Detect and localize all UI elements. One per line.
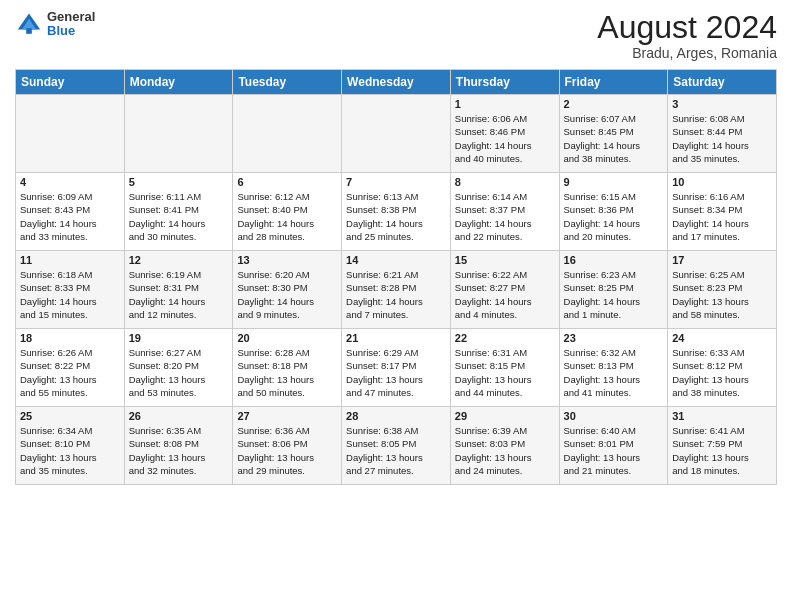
day-number: 7 [346, 176, 446, 188]
day-info: Sunrise: 6:19 AM Sunset: 8:31 PM Dayligh… [129, 268, 229, 321]
day-number: 18 [20, 332, 120, 344]
calendar-cell: 27Sunrise: 6:36 AM Sunset: 8:06 PM Dayli… [233, 407, 342, 485]
weekday-header-row: SundayMondayTuesdayWednesdayThursdayFrid… [16, 70, 777, 95]
day-info: Sunrise: 6:16 AM Sunset: 8:34 PM Dayligh… [672, 190, 772, 243]
day-number: 25 [20, 410, 120, 422]
day-number: 29 [455, 410, 555, 422]
day-number: 19 [129, 332, 229, 344]
calendar-cell [124, 95, 233, 173]
logo-general-text: General [47, 10, 95, 24]
weekday-header-sunday: Sunday [16, 70, 125, 95]
calendar-cell [233, 95, 342, 173]
day-info: Sunrise: 6:18 AM Sunset: 8:33 PM Dayligh… [20, 268, 120, 321]
day-number: 16 [564, 254, 664, 266]
day-number: 23 [564, 332, 664, 344]
day-info: Sunrise: 6:41 AM Sunset: 7:59 PM Dayligh… [672, 424, 772, 477]
day-info: Sunrise: 6:38 AM Sunset: 8:05 PM Dayligh… [346, 424, 446, 477]
calendar-cell: 16Sunrise: 6:23 AM Sunset: 8:25 PM Dayli… [559, 251, 668, 329]
day-number: 24 [672, 332, 772, 344]
day-info: Sunrise: 6:12 AM Sunset: 8:40 PM Dayligh… [237, 190, 337, 243]
day-number: 13 [237, 254, 337, 266]
calendar-cell: 12Sunrise: 6:19 AM Sunset: 8:31 PM Dayli… [124, 251, 233, 329]
day-info: Sunrise: 6:07 AM Sunset: 8:45 PM Dayligh… [564, 112, 664, 165]
day-info: Sunrise: 6:27 AM Sunset: 8:20 PM Dayligh… [129, 346, 229, 399]
day-info: Sunrise: 6:28 AM Sunset: 8:18 PM Dayligh… [237, 346, 337, 399]
day-info: Sunrise: 6:25 AM Sunset: 8:23 PM Dayligh… [672, 268, 772, 321]
calendar-cell: 15Sunrise: 6:22 AM Sunset: 8:27 PM Dayli… [450, 251, 559, 329]
day-number: 12 [129, 254, 229, 266]
day-info: Sunrise: 6:40 AM Sunset: 8:01 PM Dayligh… [564, 424, 664, 477]
calendar-cell: 7Sunrise: 6:13 AM Sunset: 8:38 PM Daylig… [342, 173, 451, 251]
calendar-cell: 2Sunrise: 6:07 AM Sunset: 8:45 PM Daylig… [559, 95, 668, 173]
logo-icon [15, 10, 43, 38]
calendar-cell: 11Sunrise: 6:18 AM Sunset: 8:33 PM Dayli… [16, 251, 125, 329]
weekday-header-saturday: Saturday [668, 70, 777, 95]
day-number: 17 [672, 254, 772, 266]
calendar-cell: 8Sunrise: 6:14 AM Sunset: 8:37 PM Daylig… [450, 173, 559, 251]
calendar-cell: 22Sunrise: 6:31 AM Sunset: 8:15 PM Dayli… [450, 329, 559, 407]
day-number: 27 [237, 410, 337, 422]
day-info: Sunrise: 6:11 AM Sunset: 8:41 PM Dayligh… [129, 190, 229, 243]
day-info: Sunrise: 6:31 AM Sunset: 8:15 PM Dayligh… [455, 346, 555, 399]
weekday-header-monday: Monday [124, 70, 233, 95]
day-number: 3 [672, 98, 772, 110]
month-title: August 2024 [597, 10, 777, 45]
day-number: 2 [564, 98, 664, 110]
calendar-cell: 17Sunrise: 6:25 AM Sunset: 8:23 PM Dayli… [668, 251, 777, 329]
day-info: Sunrise: 6:08 AM Sunset: 8:44 PM Dayligh… [672, 112, 772, 165]
day-number: 9 [564, 176, 664, 188]
calendar-cell: 18Sunrise: 6:26 AM Sunset: 8:22 PM Dayli… [16, 329, 125, 407]
calendar-week-row: 18Sunrise: 6:26 AM Sunset: 8:22 PM Dayli… [16, 329, 777, 407]
day-info: Sunrise: 6:29 AM Sunset: 8:17 PM Dayligh… [346, 346, 446, 399]
calendar-cell: 13Sunrise: 6:20 AM Sunset: 8:30 PM Dayli… [233, 251, 342, 329]
day-info: Sunrise: 6:21 AM Sunset: 8:28 PM Dayligh… [346, 268, 446, 321]
title-block: August 2024 Bradu, Arges, Romania [597, 10, 777, 61]
calendar-cell: 30Sunrise: 6:40 AM Sunset: 8:01 PM Dayli… [559, 407, 668, 485]
calendar-cell: 26Sunrise: 6:35 AM Sunset: 8:08 PM Dayli… [124, 407, 233, 485]
day-info: Sunrise: 6:06 AM Sunset: 8:46 PM Dayligh… [455, 112, 555, 165]
day-number: 5 [129, 176, 229, 188]
day-info: Sunrise: 6:23 AM Sunset: 8:25 PM Dayligh… [564, 268, 664, 321]
calendar-cell [342, 95, 451, 173]
weekday-header-wednesday: Wednesday [342, 70, 451, 95]
day-number: 31 [672, 410, 772, 422]
calendar-cell: 20Sunrise: 6:28 AM Sunset: 8:18 PM Dayli… [233, 329, 342, 407]
calendar-cell: 29Sunrise: 6:39 AM Sunset: 8:03 PM Dayli… [450, 407, 559, 485]
calendar-week-row: 1Sunrise: 6:06 AM Sunset: 8:46 PM Daylig… [16, 95, 777, 173]
calendar-cell: 14Sunrise: 6:21 AM Sunset: 8:28 PM Dayli… [342, 251, 451, 329]
day-number: 26 [129, 410, 229, 422]
calendar-cell: 28Sunrise: 6:38 AM Sunset: 8:05 PM Dayli… [342, 407, 451, 485]
calendar-cell: 1Sunrise: 6:06 AM Sunset: 8:46 PM Daylig… [450, 95, 559, 173]
day-info: Sunrise: 6:26 AM Sunset: 8:22 PM Dayligh… [20, 346, 120, 399]
day-number: 28 [346, 410, 446, 422]
subtitle: Bradu, Arges, Romania [597, 45, 777, 61]
calendar-cell: 3Sunrise: 6:08 AM Sunset: 8:44 PM Daylig… [668, 95, 777, 173]
day-info: Sunrise: 6:36 AM Sunset: 8:06 PM Dayligh… [237, 424, 337, 477]
day-number: 8 [455, 176, 555, 188]
logo-blue-text: Blue [47, 24, 95, 38]
calendar-cell: 5Sunrise: 6:11 AM Sunset: 8:41 PM Daylig… [124, 173, 233, 251]
calendar-cell: 25Sunrise: 6:34 AM Sunset: 8:10 PM Dayli… [16, 407, 125, 485]
calendar-cell: 21Sunrise: 6:29 AM Sunset: 8:17 PM Dayli… [342, 329, 451, 407]
calendar-cell [16, 95, 125, 173]
day-info: Sunrise: 6:13 AM Sunset: 8:38 PM Dayligh… [346, 190, 446, 243]
calendar-cell: 24Sunrise: 6:33 AM Sunset: 8:12 PM Dayli… [668, 329, 777, 407]
day-number: 21 [346, 332, 446, 344]
day-number: 15 [455, 254, 555, 266]
calendar-week-row: 25Sunrise: 6:34 AM Sunset: 8:10 PM Dayli… [16, 407, 777, 485]
day-info: Sunrise: 6:22 AM Sunset: 8:27 PM Dayligh… [455, 268, 555, 321]
day-number: 4 [20, 176, 120, 188]
day-info: Sunrise: 6:34 AM Sunset: 8:10 PM Dayligh… [20, 424, 120, 477]
calendar-cell: 19Sunrise: 6:27 AM Sunset: 8:20 PM Dayli… [124, 329, 233, 407]
day-info: Sunrise: 6:32 AM Sunset: 8:13 PM Dayligh… [564, 346, 664, 399]
calendar-cell: 6Sunrise: 6:12 AM Sunset: 8:40 PM Daylig… [233, 173, 342, 251]
weekday-header-friday: Friday [559, 70, 668, 95]
day-info: Sunrise: 6:14 AM Sunset: 8:37 PM Dayligh… [455, 190, 555, 243]
day-info: Sunrise: 6:33 AM Sunset: 8:12 PM Dayligh… [672, 346, 772, 399]
calendar-week-row: 11Sunrise: 6:18 AM Sunset: 8:33 PM Dayli… [16, 251, 777, 329]
day-number: 11 [20, 254, 120, 266]
day-info: Sunrise: 6:15 AM Sunset: 8:36 PM Dayligh… [564, 190, 664, 243]
day-info: Sunrise: 6:09 AM Sunset: 8:43 PM Dayligh… [20, 190, 120, 243]
day-number: 1 [455, 98, 555, 110]
calendar-table: SundayMondayTuesdayWednesdayThursdayFrid… [15, 69, 777, 485]
